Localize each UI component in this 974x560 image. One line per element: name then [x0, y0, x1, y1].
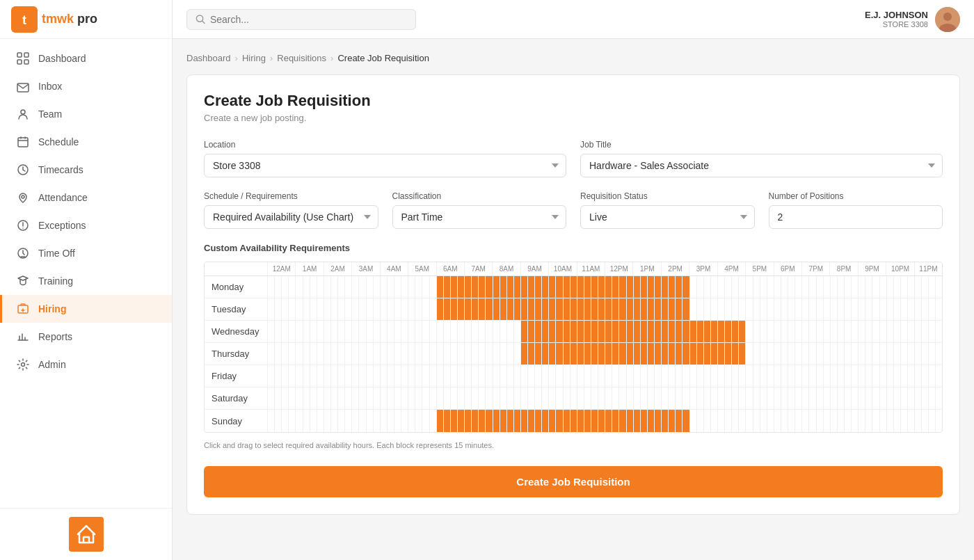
avail-cell[interactable]: [837, 298, 844, 320]
avail-cell[interactable]: [598, 321, 605, 342]
avail-cell[interactable]: [675, 298, 682, 320]
avail-cell[interactable]: [724, 343, 731, 365]
avail-cell[interactable]: [555, 298, 562, 320]
avail-cell[interactable]: [928, 321, 935, 342]
avail-cell[interactable]: [865, 343, 872, 365]
avail-cell[interactable]: [563, 276, 570, 298]
avail-cell[interactable]: [682, 321, 689, 342]
avail-cell[interactable]: [493, 321, 500, 342]
avail-cell[interactable]: [788, 298, 795, 320]
avail-cell[interactable]: [872, 410, 879, 432]
avail-cell[interactable]: [935, 387, 942, 409]
avail-cell[interactable]: [696, 365, 703, 387]
avail-cell[interactable]: [500, 276, 506, 298]
avail-cell[interactable]: [612, 410, 618, 432]
avail-cell[interactable]: [450, 365, 457, 387]
avail-cell[interactable]: [808, 387, 815, 409]
avail-cell[interactable]: [872, 365, 879, 387]
avail-cell[interactable]: [493, 365, 500, 387]
avail-cell[interactable]: [626, 321, 633, 342]
avail-cell[interactable]: [457, 343, 464, 365]
avail-cell[interactable]: [640, 343, 647, 365]
avail-cell[interactable]: [618, 365, 625, 387]
avail-cell[interactable]: [457, 410, 464, 432]
avail-cell[interactable]: [893, 365, 900, 387]
avail-cell[interactable]: [337, 410, 344, 432]
sidebar-item-schedule[interactable]: Schedule: [0, 128, 172, 156]
avail-cell[interactable]: [563, 321, 570, 342]
avail-cell[interactable]: [858, 298, 865, 320]
avail-cell[interactable]: [865, 365, 872, 387]
avail-cell[interactable]: [872, 387, 879, 409]
avail-cell[interactable]: [274, 365, 281, 387]
avail-cell[interactable]: [808, 321, 815, 342]
avail-cell[interactable]: [324, 321, 330, 342]
avail-cell[interactable]: [281, 298, 288, 320]
avail-cell[interactable]: [415, 321, 422, 342]
avail-cell[interactable]: [464, 298, 471, 320]
avail-cell[interactable]: [801, 276, 808, 298]
avail-cell[interactable]: [598, 387, 605, 409]
avail-cell[interactable]: [344, 365, 351, 387]
avail-cell[interactable]: [443, 343, 450, 365]
avail-cell[interactable]: [443, 298, 450, 320]
avail-cell[interactable]: [858, 365, 865, 387]
avail-day-row[interactable]: Tuesday: [205, 298, 942, 321]
avail-cell[interactable]: [555, 321, 562, 342]
avail-cell[interactable]: [801, 387, 808, 409]
avail-cell[interactable]: [879, 387, 886, 409]
avail-cell[interactable]: [647, 365, 654, 387]
avail-cell[interactable]: [500, 321, 506, 342]
avail-cell[interactable]: [647, 410, 654, 432]
avail-cell[interactable]: [548, 343, 555, 365]
avail-cell[interactable]: [534, 321, 541, 342]
avail-cell[interactable]: [801, 365, 808, 387]
avail-cell[interactable]: [668, 387, 675, 409]
avail-cell[interactable]: [408, 343, 415, 365]
avail-cell[interactable]: [436, 321, 443, 342]
avail-cell[interactable]: [358, 410, 365, 432]
avail-cell[interactable]: [288, 387, 295, 409]
avail-cell[interactable]: [478, 276, 485, 298]
avail-cell[interactable]: [563, 298, 570, 320]
avail-cell[interactable]: [844, 276, 851, 298]
avail-cell[interactable]: [317, 343, 324, 365]
avail-cell[interactable]: [788, 321, 795, 342]
avail-cell[interactable]: [844, 410, 851, 432]
avail-cell[interactable]: [858, 410, 865, 432]
avail-cell[interactable]: [921, 410, 928, 432]
avail-cell[interactable]: [344, 298, 351, 320]
avail-cell[interactable]: [380, 321, 387, 342]
avail-cell[interactable]: [612, 276, 618, 298]
avail-cell[interactable]: [907, 343, 914, 365]
location-select[interactable]: Store 3308: [204, 154, 566, 177]
avail-cell[interactable]: [731, 298, 738, 320]
avail-cell[interactable]: [450, 387, 457, 409]
avail-cell[interactable]: [577, 298, 584, 320]
avail-cell[interactable]: [745, 410, 752, 432]
avail-cell[interactable]: [886, 343, 893, 365]
avail-cell[interactable]: [724, 298, 731, 320]
avail-cell[interactable]: [541, 321, 548, 342]
avail-cell[interactable]: [830, 365, 837, 387]
avail-cell[interactable]: [324, 298, 330, 320]
avail-cell[interactable]: [858, 343, 865, 365]
avail-cell[interactable]: [879, 410, 886, 432]
avail-cell[interactable]: [337, 298, 344, 320]
avail-cell[interactable]: [584, 387, 591, 409]
avail-cell[interactable]: [351, 298, 358, 320]
avail-cell[interactable]: [661, 321, 668, 342]
avail-cell[interactable]: [506, 276, 513, 298]
avail-cell[interactable]: [493, 343, 500, 365]
avail-cell[interactable]: [598, 365, 605, 387]
avail-cell[interactable]: [380, 276, 387, 298]
avail-cell[interactable]: [795, 365, 801, 387]
avail-cell[interactable]: [640, 365, 647, 387]
avail-cell[interactable]: [816, 321, 823, 342]
avail-cell[interactable]: [703, 343, 710, 365]
avail-cell[interactable]: [534, 276, 541, 298]
avail-cell[interactable]: [830, 387, 837, 409]
avail-cell[interactable]: [478, 321, 485, 342]
avail-cell[interactable]: [774, 410, 781, 432]
avail-cell[interactable]: [928, 343, 935, 365]
